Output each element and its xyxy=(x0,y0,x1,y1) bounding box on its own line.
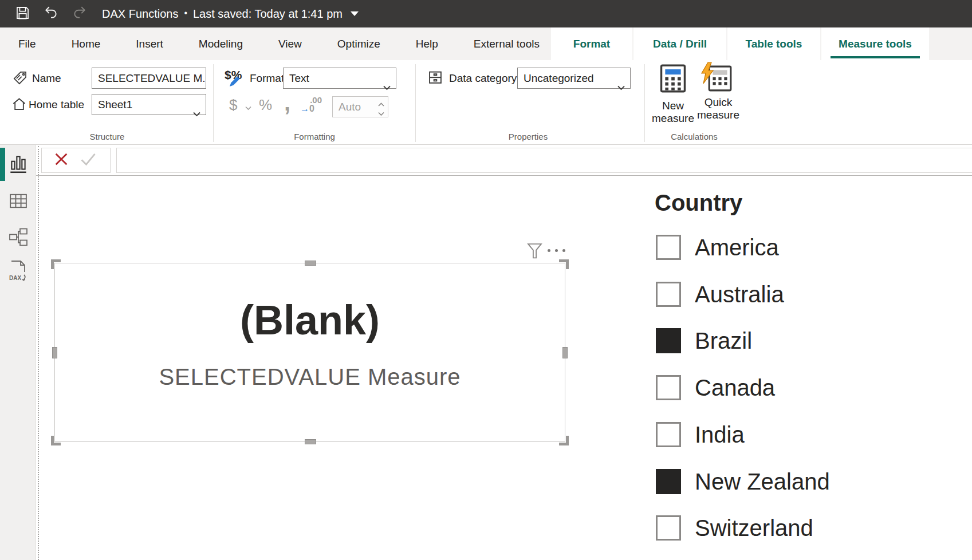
menu-item-file[interactable]: File xyxy=(18,38,36,50)
tab-label: Measure tools xyxy=(839,38,912,50)
resize-handle-left[interactable] xyxy=(52,347,57,358)
report-view-button[interactable] xyxy=(8,153,29,176)
checkbox[interactable] xyxy=(656,422,681,447)
quick-measure-button[interactable]: Quick measure xyxy=(694,64,742,128)
slicer-item-switzerland[interactable]: Switzerland xyxy=(656,515,813,541)
structure-group-label: Structure xyxy=(50,132,164,141)
slicer-item-label: America xyxy=(695,234,779,261)
card-value: (Blank) xyxy=(55,297,565,344)
slicer-item-canada[interactable]: Canada xyxy=(656,374,775,401)
decimal-zero: 0 xyxy=(309,104,314,113)
filter-icon[interactable] xyxy=(527,243,542,262)
format-select[interactable]: Text xyxy=(283,68,396,89)
format-value: Text xyxy=(289,72,309,84)
formula-bar: 1 SELECTEDVALUE Measure = SELECTEDVALUE(… xyxy=(0,145,972,176)
model-view-button[interactable] xyxy=(8,227,29,250)
decimal-arrow-icon: → xyxy=(300,104,309,113)
tab-label: Format xyxy=(573,38,610,50)
checkbox[interactable] xyxy=(656,282,681,307)
redo-button[interactable] xyxy=(71,5,88,22)
chevron-down-icon[interactable] xyxy=(351,11,359,16)
cancel-button[interactable] xyxy=(53,151,69,169)
more-options-button[interactable] xyxy=(548,249,565,252)
calculator-icon xyxy=(660,64,686,95)
ellipsis-icon xyxy=(548,249,550,252)
percent-format-button[interactable]: % xyxy=(259,96,272,114)
chevron-down-icon xyxy=(617,77,625,97)
menu-item-home[interactable]: Home xyxy=(72,38,101,50)
name-input[interactable]: SELECTEDVALUE M... xyxy=(92,68,206,89)
tab-measure-tools[interactable]: Measure tools xyxy=(821,27,929,60)
resize-handle-bottom-right[interactable] xyxy=(559,436,569,445)
formula-action-buttons xyxy=(41,148,111,173)
slicer-item-label: Australia xyxy=(695,281,784,307)
undo-button[interactable] xyxy=(42,5,60,22)
spin-down-icon[interactable] xyxy=(378,108,384,119)
new-measure-button[interactable]: New measure xyxy=(649,64,697,128)
new-measure-label: New measure xyxy=(649,100,697,125)
report-view-icon xyxy=(9,153,28,177)
name-label: Name xyxy=(32,68,61,89)
resize-handle-bottom-left[interactable] xyxy=(51,436,61,445)
data-category-select[interactable]: Uncategorized xyxy=(517,68,631,89)
menu-bar: FileHomeInsertModelingViewOptimizeHelpEx… xyxy=(0,27,972,60)
decimal-places-button[interactable]: .00 →0 xyxy=(300,97,323,117)
powerbi-window: DAX Functions • Last saved: Today at 1:4… xyxy=(0,0,972,560)
menu-item-optimize[interactable]: Optimize xyxy=(337,38,380,50)
model-icon xyxy=(9,227,28,249)
resize-handle-top[interactable] xyxy=(305,261,316,266)
resize-handle-top-right[interactable] xyxy=(559,259,569,269)
title-bar: DAX Functions • Last saved: Today at 1:4… xyxy=(0,0,972,27)
card-visual[interactable]: (Blank) SELECTEDVALUE Measure xyxy=(54,263,565,442)
resize-handle-bottom[interactable] xyxy=(305,439,316,444)
checkbox[interactable] xyxy=(656,375,681,400)
tab-label: Data / Drill xyxy=(653,38,707,50)
data-category-label: Data category xyxy=(449,68,517,89)
save-icon xyxy=(15,5,30,23)
menu-item-insert[interactable]: Insert xyxy=(136,38,163,50)
undo-icon xyxy=(44,5,58,22)
calculations-group-label: Calculations xyxy=(637,132,751,141)
decimal-places-stepper[interactable]: Auto xyxy=(332,96,388,117)
dax-icon: DAX xyxy=(8,259,29,285)
thousands-separator-button[interactable]: , xyxy=(284,90,290,116)
menu-item-view[interactable]: View xyxy=(278,38,302,50)
tab-table-tools[interactable]: Table tools xyxy=(727,27,820,60)
check-icon xyxy=(80,159,97,169)
slicer-item-label: Brazil xyxy=(695,328,752,354)
data-view-button[interactable] xyxy=(8,191,29,214)
checkbox[interactable] xyxy=(656,469,681,494)
data-category-icon xyxy=(427,69,443,88)
menu-item-modeling[interactable]: Modeling xyxy=(199,38,243,50)
slicer-item-australia[interactable]: Australia xyxy=(656,281,784,307)
slicer-item-brazil[interactable]: Brazil xyxy=(656,328,752,354)
quick-measure-icon xyxy=(705,64,732,92)
resize-handle-top-left[interactable] xyxy=(51,259,61,269)
slicer-item-label: Switzerland xyxy=(695,515,813,541)
tab-format[interactable]: Format xyxy=(551,27,632,60)
save-button[interactable] xyxy=(14,5,31,22)
save-status: Last saved: Today at 1:41 pm xyxy=(193,7,343,21)
slicer-title: Country xyxy=(655,190,742,216)
resize-handle-right[interactable] xyxy=(562,347,568,358)
slicer-item-label: India xyxy=(695,421,745,448)
dax-query-view-button[interactable]: DAX xyxy=(8,261,29,283)
chevron-down-icon[interactable] xyxy=(245,102,251,113)
menu-item-help[interactable]: Help xyxy=(416,38,438,50)
currency-format-button[interactable]: $ xyxy=(229,96,237,114)
checkbox[interactable] xyxy=(656,515,681,541)
active-tab-underline xyxy=(831,56,920,58)
document-title: DAX Functions xyxy=(102,7,178,21)
checkbox[interactable] xyxy=(656,328,681,353)
x-icon xyxy=(53,159,69,169)
tab-data-drill[interactable]: Data / Drill xyxy=(633,27,726,60)
slicer-item-india[interactable]: India xyxy=(656,421,745,448)
checkbox[interactable] xyxy=(656,235,681,260)
lightning-icon xyxy=(700,62,715,87)
tag-icon xyxy=(13,70,28,88)
slicer-item-new-zealand[interactable]: New Zealand xyxy=(656,468,830,495)
menu-item-external-tools[interactable]: External tools xyxy=(474,38,540,50)
commit-button[interactable] xyxy=(80,151,97,169)
dax-formula-input[interactable]: 1 SELECTEDVALUE Measure = SELECTEDVALUE(… xyxy=(116,148,972,173)
slicer-item-america[interactable]: America xyxy=(656,234,779,261)
